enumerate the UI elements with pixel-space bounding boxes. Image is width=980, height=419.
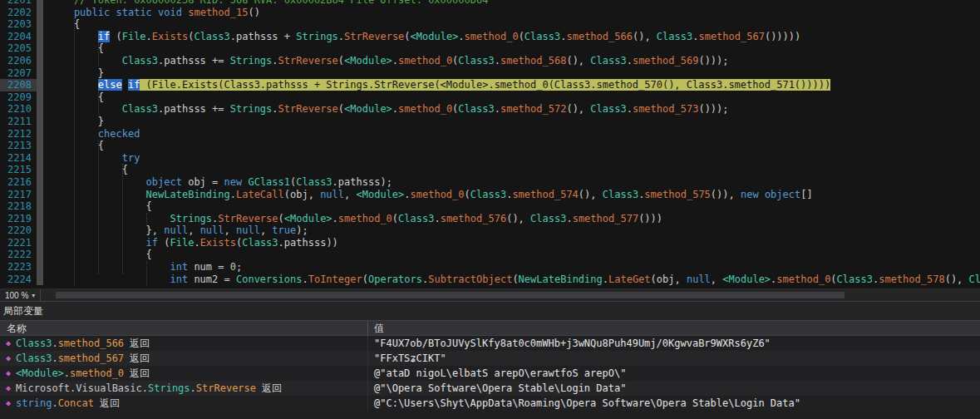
code-text: NewLateBinding.LateCall(obj, null, <Modu… — [43, 189, 813, 201]
line-number[interactable]: 2223 — [0, 261, 37, 274]
code-line[interactable]: 2211} — [0, 116, 980, 128]
gutter-strip — [37, 213, 43, 225]
line-number[interactable]: 2209 — [0, 91, 37, 104]
line-number[interactable]: 2224 — [0, 274, 37, 286]
code-token: File — [122, 31, 146, 42]
line-number[interactable]: 2214 — [0, 152, 37, 165]
code-token: smethod_572 — [500, 103, 566, 115]
code-token: smethod_575 — [644, 189, 710, 200]
horizontal-scrollbar[interactable] — [41, 289, 980, 301]
code-token: . — [146, 31, 152, 42]
code-token: . — [566, 213, 572, 224]
line-number[interactable]: 2216 — [0, 176, 37, 189]
variable-value: "FFxTSʑCIKT" — [368, 351, 980, 366]
locals-row[interactable]: ◆Class3.smethod_566返回"F4UX7ob/BToJUVySlK… — [0, 336, 980, 351]
code-line[interactable]: 2206Class3.pathsss += Strings.StrReverse… — [0, 55, 980, 67]
code-text: int num2 = Conversions.ToInteger(Operato… — [43, 274, 980, 286]
code-token: Class3 — [458, 55, 494, 67]
line-number[interactable]: 2205 — [0, 42, 37, 55]
gutter-strip — [37, 18, 43, 31]
line-number[interactable]: 2201 — [0, 0, 37, 7]
column-header-name[interactable]: 名称 — [0, 321, 368, 335]
code-token: . — [627, 55, 633, 67]
line-number[interactable]: 2202 — [0, 7, 37, 19]
return-label: 返回 — [130, 351, 150, 366]
code-line[interactable]: 2207} — [0, 67, 980, 80]
gutter-strip — [37, 103, 43, 116]
code-token: if — [98, 31, 110, 42]
code-line[interactable]: 2201// Token: 0x06000238 RID: 568 RVA: 0… — [0, 0, 980, 7]
code-token: object — [765, 189, 800, 200]
code-line[interactable]: 2212checked — [0, 128, 980, 140]
line-number[interactable]: 2215 — [0, 164, 37, 176]
indent-guide — [146, 213, 147, 224]
variable-name: ◆string.Concat返回 — [0, 396, 368, 411]
indent-guide — [98, 140, 99, 274]
code-line[interactable]: 2210Class3.pathsss += Strings.StrReverse… — [0, 103, 980, 116]
line-number[interactable]: 2208 — [0, 79, 37, 91]
code-line[interactable]: 2221if (File.Exists(Class3.pathsss)) — [0, 237, 980, 249]
line-number[interactable]: 2212 — [0, 128, 37, 140]
code-line[interactable]: 2216object obj = new GClass1(Class3.path… — [0, 176, 980, 189]
name-token: smethod_0 — [70, 366, 124, 381]
gutter-strip — [37, 67, 43, 80]
code-token: ( — [338, 55, 344, 67]
code-token: smethod_0 — [411, 189, 465, 200]
code-line[interactable]: 2209{ — [0, 91, 980, 104]
line-number[interactable]: 2218 — [0, 200, 37, 213]
code-line[interactable]: 2220}, null, null, null, true); — [0, 224, 980, 237]
line-number[interactable]: 2221 — [0, 237, 37, 249]
line-number[interactable]: 2219 — [0, 213, 37, 225]
locals-row[interactable]: ◆Microsoft.VisualBasic.Strings.StrRevers… — [0, 381, 980, 396]
code-line[interactable]: 2204if (File.Exists(Class3.pathsss + Str… — [0, 31, 980, 43]
code-line[interactable]: 2215{ — [0, 164, 980, 176]
zoom-control[interactable]: 100 % ▾ — [0, 289, 41, 301]
code-area[interactable]: 2201// Token: 0x06000238 RID: 568 RVA: 0… — [0, 0, 980, 288]
gutter-strip — [37, 274, 43, 286]
editor-status-bar: 100 % ▾ — [0, 288, 980, 301]
locals-row[interactable]: ◆string.Concat返回@"C:\Users\Shyt\AppData\… — [0, 396, 980, 411]
code-line[interactable]: 2202public static void smethod_15() — [0, 7, 980, 19]
code-token: ( — [362, 274, 368, 285]
line-number[interactable]: 2213 — [0, 140, 37, 152]
line-number[interactable]: 2211 — [0, 116, 37, 128]
method-return-icon: ◆ — [6, 336, 11, 351]
code-text: checked — [43, 128, 140, 140]
scrollbar-thumb[interactable] — [56, 292, 845, 298]
line-number[interactable]: 2217 — [0, 189, 37, 201]
code-line[interactable]: 2203{ — [0, 18, 980, 31]
line-number[interactable]: 2204 — [0, 31, 37, 43]
code-line[interactable]: 2208else if (File.Exists(Class3.pathsss … — [0, 79, 980, 91]
code-line[interactable]: 2213{ — [0, 140, 980, 152]
code-line[interactable]: 2205{ — [0, 42, 980, 55]
locals-row[interactable]: ◆<Module>.smethod_0返回@"ataD nigoL\elbatS… — [0, 366, 980, 381]
line-number[interactable]: 2206 — [0, 55, 37, 67]
code-line[interactable]: 2218{ — [0, 200, 980, 213]
gutter-strip — [37, 200, 43, 213]
code-token: // Token: 0x06000238 RID: 568 RVA: 0x000… — [74, 0, 489, 6]
code-token: StrReverse — [278, 103, 338, 115]
line-number[interactable]: 2203 — [0, 18, 37, 31]
code-line[interactable]: 2222{ — [0, 249, 980, 261]
code-line[interactable]: 2217NewLateBinding.LateCall(obj, null, <… — [0, 189, 980, 201]
code-text: }, null, null, null, true); — [43, 224, 308, 237]
line-number[interactable]: 2220 — [0, 224, 37, 237]
code-text: Class3.pathsss += Strings.StrReverse(<Mo… — [43, 103, 729, 116]
code-token: <Module> — [344, 55, 392, 67]
line-number[interactable]: 2207 — [0, 67, 37, 80]
line-number[interactable]: 2210 — [0, 103, 37, 116]
code-token: Class3 — [242, 237, 278, 249]
code-token: Class3 — [296, 176, 332, 188]
line-number[interactable]: 2222 — [0, 249, 37, 261]
code-token: smethod_567 — [698, 31, 764, 42]
code-line[interactable]: 2214try — [0, 152, 980, 165]
code-token: smethod_0 — [776, 274, 830, 285]
code-text: // Token: 0x06000238 RID: 568 RVA: 0x000… — [43, 0, 488, 7]
locals-row[interactable]: ◆Class3.smethod_567返回"FFxTSʑCIKT" — [0, 351, 980, 366]
indent-guide — [122, 164, 123, 274]
return-label: 返回 — [130, 366, 150, 381]
code-token: . — [495, 103, 500, 115]
name-token: <Module> — [16, 366, 64, 381]
code-token: () — [248, 7, 259, 18]
column-header-value[interactable]: 值 — [368, 321, 980, 335]
